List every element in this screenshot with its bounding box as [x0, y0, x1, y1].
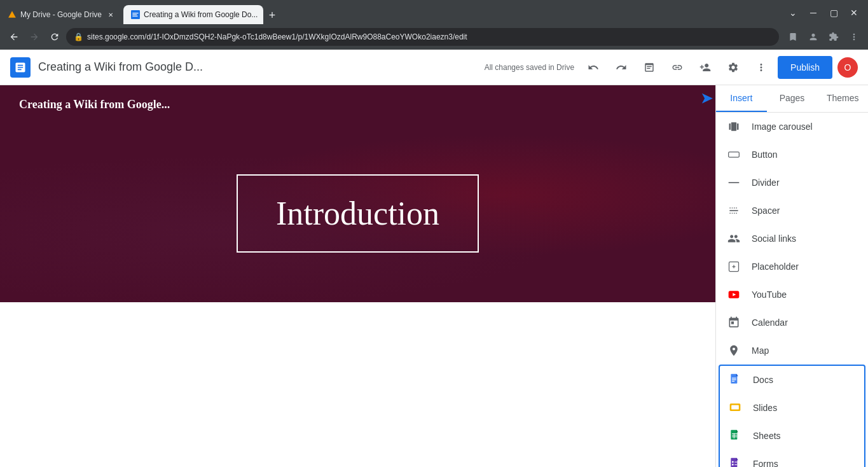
site-hero[interactable]: Introduction — [0, 124, 715, 302]
url-text: sites.google.com/d/1f-IOxDmzdSQH2-NaPgk-… — [87, 32, 467, 41]
app-title: Creating a Wiki from Google D... — [38, 60, 477, 74]
calendar-icon — [726, 315, 741, 330]
svg-marker-0 — [8, 11, 16, 18]
tab-actions: ⌄ ─ ▢ ✕ — [784, 4, 868, 24]
intro-box[interactable]: Introduction — [237, 174, 479, 253]
panel-item-image-carousel[interactable]: Image carousel — [716, 113, 868, 141]
menu-button[interactable] — [845, 28, 863, 46]
maximize-button[interactable]: ▢ — [825, 4, 843, 22]
back-button[interactable] — [5, 28, 23, 46]
svg-rect-18 — [732, 381, 734, 382]
extensions-button[interactable] — [825, 28, 843, 46]
google-docs-section: Docs Slides Sheets — [719, 365, 865, 467]
svg-rect-20 — [731, 405, 739, 410]
svg-rect-31 — [732, 464, 734, 466]
right-panel: ➤ Insert Pages Themes Image carousel But… — [715, 85, 868, 467]
address-bar: 🔒 sites.google.com/d/1f-IOxDmzdSQH2-NaPg… — [0, 24, 868, 50]
panel-item-forms-label: Forms — [753, 459, 857, 467]
sites-favicon — [131, 10, 140, 19]
site-header: Creating a Wiki from Google... — [0, 85, 715, 124]
site-title: Creating a Wiki from Google... — [19, 98, 170, 111]
svg-marker-15 — [736, 374, 738, 376]
tab-search-button[interactable]: ⌄ — [784, 4, 802, 22]
panel-item-button-label: Button — [752, 150, 858, 160]
more-options-button[interactable] — [750, 56, 773, 79]
site-content[interactable] — [0, 302, 715, 467]
panel-item-map[interactable]: Map — [716, 337, 868, 365]
tab-my-drive[interactable]: My Drive - Google Drive ✕ — [0, 5, 123, 24]
browser-chrome: My Drive - Google Drive ✕ Creating a Wik… — [0, 0, 868, 50]
link-button[interactable] — [666, 56, 689, 79]
panel-item-slides[interactable]: Slides — [720, 394, 864, 422]
panel-item-slides-label: Slides — [753, 403, 857, 413]
drive-favicon — [8, 10, 17, 19]
tab-wiki-close[interactable]: ✕ — [261, 10, 263, 20]
panel-item-social-links-label: Social links — [752, 234, 858, 244]
site-canvas: Creating a Wiki from Google... Introduct… — [0, 85, 715, 467]
panel-item-social-links[interactable]: Social links — [716, 225, 868, 253]
panel-item-divider-label: Divider — [752, 178, 858, 188]
profile-button[interactable] — [804, 28, 822, 46]
app-bar-actions: Publish O — [582, 56, 858, 79]
panel-item-spacer-label: Spacer — [752, 206, 858, 216]
placeholder-icon — [726, 259, 741, 274]
panel-item-sheets[interactable]: Sheets — [720, 422, 864, 450]
hero-text: Introduction — [276, 195, 439, 232]
spacer-icon — [726, 203, 741, 218]
forms-icon — [727, 456, 743, 467]
panel-item-forms[interactable]: Forms — [720, 450, 864, 467]
panel-item-map-label: Map — [752, 345, 858, 356]
tab-bar: My Drive - Google Drive ✕ Creating a Wik… — [0, 0, 868, 24]
svg-rect-16 — [732, 378, 736, 379]
panel-item-youtube-label: YouTube — [752, 289, 858, 300]
divider-icon — [726, 175, 741, 190]
panel-item-divider[interactable]: Divider — [716, 169, 868, 197]
panel-item-image-carousel-label: Image carousel — [752, 122, 858, 132]
slides-icon — [727, 400, 743, 415]
svg-rect-9 — [729, 182, 740, 183]
panel-item-calendar[interactable]: Calendar — [716, 309, 868, 337]
tab-themes[interactable]: Themes — [817, 85, 868, 112]
panel-item-sheets-label: Sheets — [753, 431, 857, 441]
tab-wiki[interactable]: Creating a Wiki from Google Do... ✕ — [123, 5, 263, 24]
panel-item-docs[interactable]: Docs — [720, 366, 864, 394]
panel-tabs: ➤ Insert Pages Themes — [716, 85, 868, 113]
preview-button[interactable] — [638, 56, 661, 79]
panel-item-calendar-label: Calendar — [752, 317, 858, 328]
undo-button[interactable] — [582, 56, 605, 79]
main-layout: Creating a Wiki from Google... Introduct… — [0, 85, 868, 467]
docs-icon — [727, 372, 743, 387]
app-bar-status: All changes saved in Drive — [485, 63, 574, 72]
svg-rect-3 — [132, 14, 137, 15]
redo-button[interactable] — [610, 56, 633, 79]
publish-button[interactable]: Publish — [778, 56, 832, 79]
panel-arrow-icon: ➤ — [701, 90, 712, 107]
svg-rect-4 — [132, 16, 137, 17]
panel-item-placeholder[interactable]: Placeholder — [716, 253, 868, 281]
panel-item-spacer[interactable]: Spacer — [716, 197, 868, 225]
panel-items: Image carousel Button Divider — [716, 113, 868, 467]
minimize-button[interactable]: ─ — [804, 4, 822, 22]
address-actions — [784, 28, 863, 46]
tab-pages[interactable]: Pages — [767, 85, 818, 112]
url-bar[interactable]: 🔒 sites.google.com/d/1f-IOxDmzdSQH2-NaPg… — [66, 28, 779, 46]
svg-rect-32 — [734, 464, 737, 465]
panel-item-youtube[interactable]: YouTube — [716, 281, 868, 309]
svg-rect-2 — [132, 13, 138, 13]
tab-insert[interactable]: Insert — [716, 85, 767, 112]
reload-button[interactable] — [46, 28, 64, 46]
svg-rect-30 — [734, 462, 737, 463]
forward-button[interactable] — [25, 28, 43, 46]
add-user-button[interactable] — [694, 56, 717, 79]
close-window-button[interactable]: ✕ — [845, 4, 863, 22]
sheets-icon — [727, 428, 743, 443]
new-tab-button[interactable]: + — [263, 6, 281, 24]
panel-item-button[interactable]: Button — [716, 141, 868, 169]
app-logo — [10, 57, 31, 78]
svg-rect-8 — [729, 152, 740, 157]
bookmark-button[interactable] — [784, 28, 802, 46]
settings-button[interactable] — [722, 56, 745, 79]
user-avatar[interactable]: O — [837, 57, 858, 78]
youtube-icon — [726, 287, 741, 302]
tab-my-drive-close[interactable]: ✕ — [106, 10, 116, 20]
